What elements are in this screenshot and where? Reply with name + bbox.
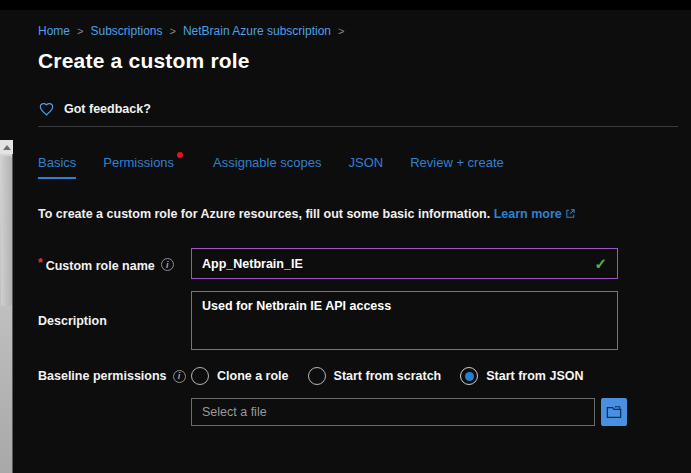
radio-unselected-icon bbox=[308, 367, 326, 385]
browse-file-button[interactable] bbox=[601, 398, 627, 426]
baseline-permissions-options: Clone a role Start from scratch Start fr… bbox=[191, 367, 583, 385]
left-scrollbar[interactable] bbox=[0, 140, 13, 473]
radio-selected-icon bbox=[460, 367, 478, 385]
breadcrumb-chevron-icon: > bbox=[77, 25, 83, 37]
radio-clone-a-role-label: Clone a role bbox=[217, 369, 289, 383]
intro-description: To create a custom role for Azure resour… bbox=[38, 207, 490, 221]
folder-icon bbox=[606, 405, 622, 419]
custom-role-name-field bbox=[191, 248, 618, 279]
radio-clone-a-role[interactable]: Clone a role bbox=[191, 367, 289, 385]
description-label-group: Description bbox=[38, 291, 191, 328]
info-icon[interactable] bbox=[161, 258, 174, 271]
intro-text: To create a custom role for Azure resour… bbox=[38, 207, 678, 222]
scroll-up-button[interactable] bbox=[0, 140, 13, 154]
tab-assignable-scopes[interactable]: Assignable scopes bbox=[213, 155, 321, 179]
radio-start-from-json[interactable]: Start from JSON bbox=[460, 367, 583, 385]
tab-json[interactable]: JSON bbox=[349, 155, 384, 179]
page-title: Create a custom role bbox=[38, 49, 678, 73]
scrollbar-thumb[interactable] bbox=[1, 156, 12, 306]
breadcrumb-subscriptions[interactable]: Subscriptions bbox=[90, 24, 162, 38]
description-row: Description Used for Netbrain IE API acc… bbox=[38, 291, 678, 350]
got-feedback-button[interactable]: Got feedback? bbox=[38, 101, 678, 117]
description-textarea[interactable]: Used for Netbrain IE API access bbox=[191, 291, 618, 350]
heart-icon bbox=[38, 101, 55, 117]
window-top-bar bbox=[0, 0, 691, 10]
valid-check-icon bbox=[594, 255, 607, 273]
breadcrumb: Home > Subscriptions > NetBrain Azure su… bbox=[38, 10, 678, 38]
baseline-permissions-label: Baseline permissions bbox=[38, 369, 167, 383]
file-picker-input[interactable] bbox=[202, 405, 584, 419]
breadcrumb-home[interactable]: Home bbox=[38, 24, 70, 38]
baseline-permissions-row: Baseline permissions Clone a role Start … bbox=[38, 367, 678, 385]
baseline-permissions-label-group: Baseline permissions bbox=[38, 369, 191, 383]
custom-role-name-label-group: Custom role name bbox=[38, 248, 191, 273]
radio-unselected-icon bbox=[191, 367, 209, 385]
learn-more-link[interactable]: Learn more bbox=[494, 207, 562, 221]
custom-role-name-input[interactable] bbox=[202, 257, 594, 271]
radio-start-from-scratch[interactable]: Start from scratch bbox=[308, 367, 442, 385]
radio-start-from-scratch-label: Start from scratch bbox=[334, 369, 442, 383]
basics-form: Custom role name Description Used for Ne… bbox=[38, 248, 678, 426]
external-link-icon bbox=[565, 208, 576, 222]
file-picker-row bbox=[38, 398, 678, 426]
custom-role-name-label: Custom role name bbox=[38, 256, 155, 273]
tab-basics[interactable]: Basics bbox=[38, 155, 76, 179]
scroll-up-arrow-icon bbox=[3, 145, 11, 150]
tab-review-create[interactable]: Review + create bbox=[410, 155, 504, 179]
tab-permissions-label: Permissions bbox=[103, 155, 174, 170]
file-picker-field bbox=[191, 398, 595, 426]
radio-start-from-json-label: Start from JSON bbox=[486, 369, 583, 383]
section-divider bbox=[38, 126, 678, 127]
info-icon[interactable] bbox=[173, 370, 186, 383]
breadcrumb-netbrain-subscription[interactable]: NetBrain Azure subscription bbox=[183, 24, 331, 38]
breadcrumb-chevron-icon: > bbox=[338, 25, 344, 37]
got-feedback-label: Got feedback? bbox=[64, 102, 151, 116]
description-label: Description bbox=[38, 314, 107, 328]
breadcrumb-chevron-icon: > bbox=[170, 25, 176, 37]
create-custom-role-panel: Home > Subscriptions > NetBrain Azure su… bbox=[38, 10, 678, 426]
tab-permissions[interactable]: Permissions bbox=[103, 155, 174, 179]
tab-bar: Basics Permissions Assignable scopes JSO… bbox=[38, 155, 678, 179]
custom-role-name-row: Custom role name bbox=[38, 248, 678, 279]
unsaved-changes-dot-icon bbox=[177, 152, 183, 158]
